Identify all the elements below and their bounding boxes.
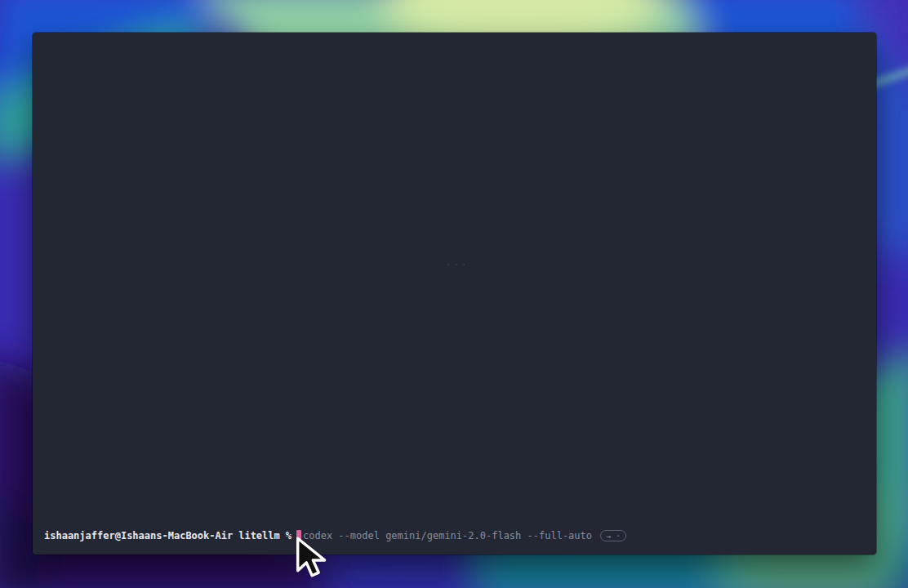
mouse-pointer-icon	[295, 533, 327, 581]
terminal-window[interactable]: ··· ishaanjaffer@Ishaans-MacBook-Air lit…	[33, 33, 876, 555]
scrollback-ellipsis: ···	[441, 260, 474, 270]
prompt-directory: litellm	[238, 529, 280, 542]
prompt-line[interactable]: ishaanjaffer@Ishaans-MacBook-Air litellm…	[44, 529, 626, 542]
accept-suggestion-hint-badge[interactable]: → ·	[600, 530, 626, 541]
prompt-symbol: %	[286, 529, 292, 542]
prompt-user-host: ishaanjaffer@Ishaans-MacBook-Air	[44, 529, 233, 542]
autosuggestion-text: codex --model gemini/gemini-2.0-flash --…	[303, 529, 592, 542]
desktop: ··· ishaanjaffer@Ishaans-MacBook-Air lit…	[0, 0, 908, 588]
